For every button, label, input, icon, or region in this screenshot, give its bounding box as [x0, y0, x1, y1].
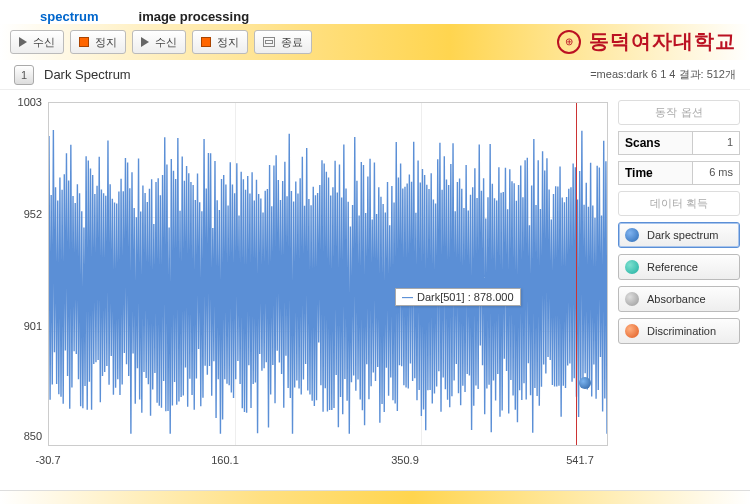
play-icon [141, 37, 149, 47]
page-title: Dark Spectrum [44, 67, 131, 82]
end-icon [263, 37, 275, 47]
time-label: Time [619, 162, 693, 184]
tab-imageprocessing[interactable]: image processing [139, 9, 250, 24]
reference-label: Reference [647, 261, 698, 273]
ytick: 901 [2, 320, 42, 332]
stop-label-2: 정지 [217, 35, 239, 50]
scans-value[interactable]: 1 [693, 132, 739, 154]
tab-spectrum[interactable]: spectrum [40, 9, 99, 24]
marker-dot [579, 377, 591, 389]
time-row: Time 6 ms [618, 161, 740, 185]
tooltip: —Dark[501] : 878.000 [395, 288, 521, 306]
stop-button-1[interactable]: 정지 [70, 30, 126, 54]
stop-icon [201, 37, 211, 47]
recv-label-2: 수신 [155, 35, 177, 50]
xtick: 541.7 [566, 454, 594, 466]
discrimination-label: Discrimination [647, 325, 716, 337]
scans-row: Scans 1 [618, 131, 740, 155]
tooltip-label: Dark[501] : 878.000 [417, 291, 514, 303]
xtick: -30.7 [35, 454, 60, 466]
brand-text: 동덕여자대학교 [589, 28, 736, 55]
tooltip-dash-icon: — [402, 291, 413, 303]
absorbance-button[interactable]: Absorbance [618, 286, 740, 312]
tab-number[interactable]: 1 [14, 65, 34, 85]
brand-logo-icon: ⊕ [557, 30, 581, 54]
recv-label: 수신 [33, 35, 55, 50]
chart-area[interactable]: 1003 952 901 850 -30.7 160.1 350.9 541.7… [0, 90, 618, 480]
ytick: 850 [2, 430, 42, 442]
dark-spectrum-button[interactable]: Dark spectrum [618, 222, 740, 248]
end-button[interactable]: 종료 [254, 30, 312, 54]
xtick: 160.1 [211, 454, 239, 466]
recv-button-2[interactable]: 수신 [132, 30, 186, 54]
ytick: 1003 [2, 96, 42, 108]
play-icon [19, 37, 27, 47]
dark-spectrum-icon [625, 228, 639, 242]
dark-spectrum-label: Dark spectrum [647, 229, 719, 241]
section-acq: 데이터 획득 [618, 191, 740, 216]
absorbance-label: Absorbance [647, 293, 706, 305]
ytick: 952 [2, 208, 42, 220]
end-label: 종료 [281, 35, 303, 50]
recv-button-1[interactable]: 수신 [10, 30, 64, 54]
brand: ⊕ 동덕여자대학교 [557, 28, 736, 55]
discrimination-icon [625, 324, 639, 338]
xtick: 350.9 [391, 454, 419, 466]
discrimination-button[interactable]: Discrimination [618, 318, 740, 344]
footer-bar [0, 490, 750, 504]
stop-button-2[interactable]: 정지 [192, 30, 248, 54]
stop-label: 정지 [95, 35, 117, 50]
time-value[interactable]: 6 ms [693, 162, 739, 184]
stop-icon [79, 37, 89, 47]
plot-line [49, 103, 607, 445]
reference-icon [625, 260, 639, 274]
status-text: =meas:dark 6 1 4 결과: 512개 [590, 67, 736, 82]
scans-label: Scans [619, 132, 693, 154]
reference-button[interactable]: Reference [618, 254, 740, 280]
cursor-line [576, 103, 577, 445]
chart[interactable]: —Dark[501] : 878.000 [48, 102, 608, 446]
absorbance-icon [625, 292, 639, 306]
section-action-options: 동작 옵션 [618, 100, 740, 125]
